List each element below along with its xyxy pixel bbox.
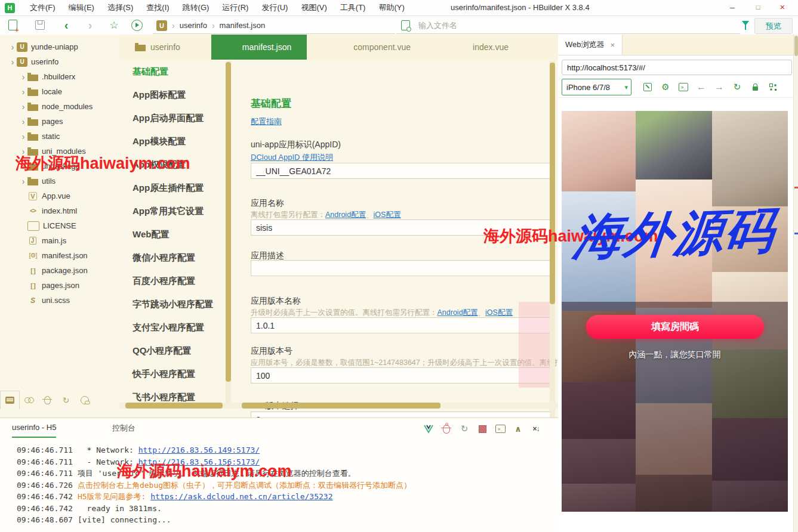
tree-item[interactable]: › .hbuilderx <box>0 69 119 84</box>
bookmark-button[interactable]: ☆ <box>107 18 121 32</box>
scrollbar-thumb[interactable] <box>226 62 231 382</box>
config-nav-item[interactable]: Web配置 <box>125 222 226 246</box>
url-input[interactable] <box>562 60 792 75</box>
save-button[interactable] <box>33 18 47 32</box>
file-search-input[interactable] <box>417 20 658 30</box>
config-nav-item[interactable]: App模块配置 <box>125 129 226 153</box>
config-nav-item[interactable]: 字节跳动小程序配置 <box>125 292 226 316</box>
config-nav-item[interactable]: App常用其它设置 <box>125 199 226 222</box>
log-link[interactable]: http://216.83.56.149:5173/ <box>138 446 260 454</box>
tree-item[interactable]: › utils <box>0 174 119 188</box>
dcloud-appid-doc-link[interactable]: DCloud AppID 使用说明 <box>251 153 333 162</box>
menu-item[interactable]: 运行(R) <box>215 0 255 16</box>
config-nav-item[interactable]: 微信小程序配置 <box>125 246 226 269</box>
tree-item[interactable]: › yunde-uniapp <box>0 39 119 54</box>
tab-run-output[interactable]: userinfo - H5 <box>12 423 56 438</box>
browser-tab[interactable]: Web浏览器 × <box>558 35 623 55</box>
browser-forward-button[interactable]: → <box>710 79 728 95</box>
config-nav-item[interactable]: App启动界面配置 <box>125 106 226 129</box>
tree-item[interactable]: App.vue <box>0 188 119 203</box>
tab-console[interactable]: 控制台 <box>112 423 135 434</box>
menu-item[interactable]: 视图(V) <box>294 0 333 16</box>
tree-item[interactable]: index.html <box>0 203 119 218</box>
tree-item[interactable]: › node_modules <box>0 99 119 114</box>
editor-tab[interactable]: manifest.json <box>211 35 307 60</box>
version-code-input[interactable] <box>251 367 555 383</box>
config-nav-item[interactable]: App图标配置 <box>125 83 226 106</box>
log-link[interactable]: https://ask.dcloud.net.cn/article/35232 <box>150 492 332 501</box>
menu-item[interactable]: 文件(F) <box>23 0 62 16</box>
restart-button[interactable]: ↻ <box>455 422 473 435</box>
config-nav-item[interactable]: 快手小程序配置 <box>125 362 226 385</box>
editor-tab[interactable]: main.js <box>540 35 559 60</box>
open-external-button[interactable] <box>639 79 657 95</box>
tab-debug[interactable] <box>38 391 57 409</box>
collapse-panel-button[interactable]: ∧ <box>509 422 527 435</box>
tree-item[interactable]: pages.json <box>0 278 119 293</box>
navigate-back-button[interactable]: ‹ <box>60 18 73 32</box>
tree-item[interactable]: uni.scss <box>0 293 119 308</box>
config-nav-item[interactable]: QQ小程序配置 <box>125 339 226 362</box>
stop-button[interactable] <box>473 422 491 435</box>
tab-refresh[interactable]: ↻ <box>57 391 75 409</box>
vue-version-select[interactable] <box>251 412 555 417</box>
menu-item[interactable]: 工具(T) <box>334 0 372 16</box>
minimize-button[interactable]: – <box>723 0 741 16</box>
config-guide-link[interactable]: 配置指南 <box>251 117 282 126</box>
run-button[interactable] <box>130 18 143 32</box>
tab-explorer[interactable] <box>0 391 20 409</box>
navigate-forward-button[interactable]: › <box>84 18 97 32</box>
android-config-link[interactable]: Android配置 <box>325 211 366 219</box>
tree-item[interactable]: LICENSE <box>0 218 119 233</box>
config-nav-item[interactable]: 支付宝小程序配置 <box>125 316 226 339</box>
tree-item[interactable]: main.js <box>0 233 119 248</box>
new-terminal-button[interactable]: >_ <box>491 422 509 435</box>
ios-config-link[interactable]: iOS配置 <box>374 211 401 219</box>
version-name-input[interactable] <box>251 317 555 333</box>
qr-code-button[interactable] <box>764 79 782 95</box>
config-nav-item[interactable]: 基础配置 <box>125 60 226 83</box>
ios-config-link[interactable]: iOS配置 <box>485 308 513 317</box>
app-desc-input[interactable] <box>251 260 555 276</box>
breadcrumb-file[interactable]: manifest.json <box>220 21 266 30</box>
close-icon[interactable]: × <box>611 41 615 50</box>
tab-search[interactable] <box>20 391 38 409</box>
scrollbar-thumb[interactable] <box>550 63 555 304</box>
tree-item[interactable]: package.json <box>0 263 119 278</box>
lock-button[interactable] <box>746 79 764 95</box>
browser-settings-button[interactable]: ⚙ <box>657 79 674 95</box>
console-button[interactable]: >_ <box>674 79 692 95</box>
filter-icon[interactable] <box>742 21 749 26</box>
close-button[interactable]: × <box>774 0 791 16</box>
maximize-button[interactable]: □ <box>749 0 767 16</box>
tab-remote[interactable] <box>75 391 94 409</box>
android-config-link[interactable]: Android配置 <box>437 308 478 317</box>
scrollbar-thumb[interactable] <box>125 403 223 409</box>
scrollbar-thumb[interactable] <box>242 403 440 409</box>
debug-button[interactable] <box>437 422 455 435</box>
tree-item[interactable]: manifest.json <box>0 248 119 263</box>
scrollbar-thumb[interactable] <box>794 36 798 56</box>
menu-item[interactable]: 查找(I) <box>140 0 175 16</box>
vue-devtools-button[interactable] <box>420 422 437 435</box>
breadcrumb-project[interactable]: userinfo <box>180 21 207 30</box>
device-select[interactable]: iPhone 6/7/8 ▾ <box>562 79 631 95</box>
tree-item[interactable]: › static <box>0 129 119 144</box>
editor-tab[interactable]: index.vue <box>442 35 524 60</box>
enter-room-code-button[interactable]: 填寫房間碼 <box>586 315 764 339</box>
clear-log-button[interactable]: ×↓ <box>527 422 545 435</box>
editor-tab[interactable]: component.vue <box>322 35 426 60</box>
tree-item[interactable]: › userinfo <box>0 54 119 69</box>
preview-button[interactable]: 预览 <box>754 18 793 34</box>
menu-item[interactable]: 选择(S) <box>101 0 140 16</box>
menu-item[interactable]: 编辑(E) <box>62 0 101 16</box>
tree-item[interactable]: › locale <box>0 84 119 99</box>
menu-item[interactable]: 跳转(G) <box>176 0 216 16</box>
config-nav-item[interactable]: App原生插件配置 <box>125 176 226 199</box>
menu-item[interactable]: 帮助(Y) <box>372 0 411 16</box>
appid-input[interactable] <box>251 163 555 179</box>
new-file-button[interactable] <box>6 18 19 32</box>
editor-tab[interactable]: userinfo <box>119 35 196 60</box>
config-nav-item[interactable]: 百度小程序配置 <box>125 269 226 292</box>
browser-back-button[interactable]: ← <box>692 79 710 95</box>
